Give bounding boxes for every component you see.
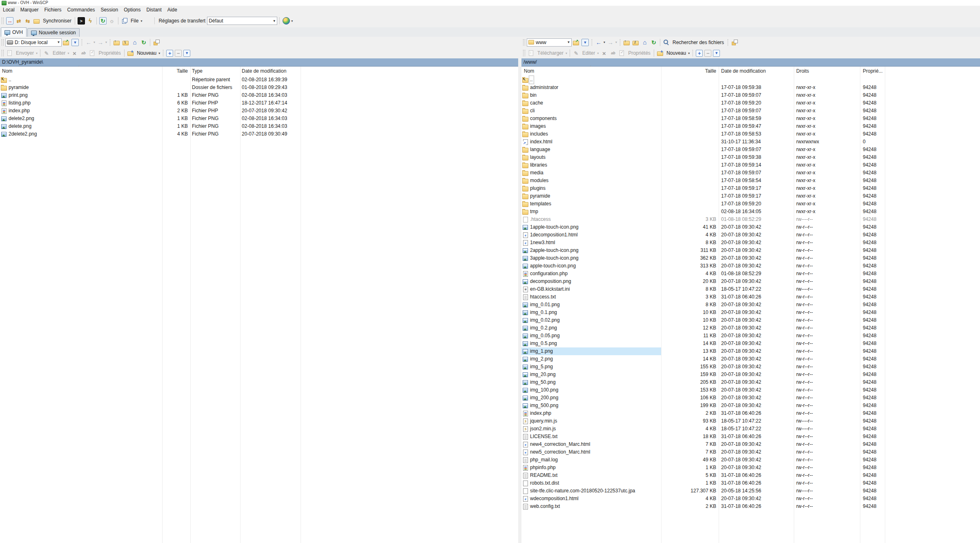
new-button[interactable]: Nouveau — [137, 50, 156, 56]
drive-selector[interactable]: D: Disque local ▼ — [5, 38, 62, 47]
file-row[interactable]: libraries17-07-18 09:59:14rwxr-xr-x94248 — [521, 161, 980, 169]
file-row[interactable]: .. — [521, 76, 980, 84]
file-row[interactable]: new4_correction_Marc.html7 KB20-07-18 09… — [521, 441, 980, 448]
forward-history-dropdown-icon[interactable]: ▾ — [105, 40, 107, 44]
file-row[interactable]: robots.txt.dist1 KB31-07-18 06:40:26rw-r… — [521, 479, 980, 487]
refresh-icon[interactable] — [650, 39, 657, 46]
menu-marquer[interactable]: Marquer — [18, 6, 42, 14]
parent-directory-icon[interactable] — [113, 39, 120, 46]
column-header-name[interactable]: Nom — [2, 67, 12, 76]
custom-command-icon[interactable] — [87, 17, 94, 24]
session-tab-ovh[interactable]: OVH — [1, 27, 27, 37]
rename-icon[interactable] — [80, 49, 87, 57]
forward-icon[interactable] — [607, 39, 614, 46]
download-button[interactable]: Télécharger — [537, 50, 564, 56]
file-row[interactable]: img_500.png199 KB20-07-18 09:30:42rw-r--… — [521, 402, 980, 409]
file-menu-button[interactable]: File — [131, 18, 138, 24]
edit-button[interactable]: Editer — [582, 50, 595, 56]
file-row[interactable]: index.php2 KBFichier PHP20-07-2018 09:30… — [0, 107, 518, 115]
column-header-size[interactable]: Taille — [147, 67, 188, 76]
new-icon[interactable] — [657, 49, 664, 57]
find-files-button[interactable]: Rechercher des fichiers — [673, 40, 724, 45]
file-row[interactable]: img_0.2.png12 KB20-07-18 09:30:42rw-r--r… — [521, 324, 980, 332]
properties-icon[interactable] — [618, 49, 626, 57]
download-icon[interactable] — [528, 49, 535, 57]
synchronize-icon[interactable] — [33, 17, 40, 24]
file-row[interactable]: media17-07-18 09:59:07rwxr-xr-x94248 — [521, 169, 980, 177]
file-row[interactable]: plugins17-07-18 09:59:17rwxr-xr-x94248 — [521, 185, 980, 192]
preferences-gear-icon[interactable] — [108, 17, 116, 24]
menu-commandes[interactable]: Commandes — [64, 6, 98, 14]
open-directory-icon[interactable] — [572, 39, 580, 46]
new-dropdown-icon[interactable]: ▾ — [158, 51, 160, 55]
menu-options[interactable]: Options — [121, 6, 143, 14]
selection-filter-icon[interactable] — [713, 50, 720, 57]
file-row[interactable]: includes17-07-18 09:58:53rwxr-xr-x94248 — [521, 130, 980, 138]
back-history-dropdown-icon[interactable]: ▾ — [604, 40, 605, 44]
file-row[interactable]: delete2.png1 KBFichier PNG02-08-2018 16:… — [0, 115, 518, 122]
properties-button[interactable]: Propriétés — [98, 50, 121, 56]
column-divider[interactable] — [240, 67, 241, 543]
filter-icon[interactable] — [71, 39, 79, 46]
file-row[interactable]: layouts17-07-18 09:59:38rwxr-xr-x94248 — [521, 154, 980, 161]
file-row[interactable]: en-GB.kickstart.ini8 KB18-05-17 10:47:22… — [521, 285, 980, 293]
new-button[interactable]: Nouveau — [666, 50, 686, 56]
column-header-rights[interactable]: Droits — [796, 67, 809, 76]
file-row[interactable]: 1apple-touch-icon.png41 KB20-07-18 09:30… — [521, 223, 980, 231]
transfer-mode-globe-icon[interactable] — [283, 17, 290, 24]
file-row[interactable]: index.html31-10-17 11:36:34rwxrwxrwx0 — [521, 138, 980, 146]
file-row[interactable]: .htaccess3 KB01-08-18 08:52:29rw----r--9… — [521, 216, 980, 223]
file-row[interactable]: img_0.01.png8 KB20-07-18 09:30:42rw-r--r… — [521, 301, 980, 309]
remote-directory-selector[interactable]: www ▼ — [527, 38, 572, 47]
file-row[interactable]: ..Répertoire parent02-08-2018 16:39:39 — [0, 76, 518, 84]
file-row[interactable]: img_200.png106 KB20-07-18 09:30:42rw-r--… — [521, 394, 980, 402]
file-row[interactable]: templates17-07-18 09:59:20rwxr-xr-x94248 — [521, 200, 980, 208]
copy-session-icon[interactable] — [153, 39, 160, 46]
column-divider[interactable] — [162, 67, 163, 543]
new-session-tab[interactable]: Nouvelle session — [27, 28, 80, 37]
refresh-session-icon[interactable] — [99, 17, 107, 24]
upload-button[interactable]: Envoyer — [16, 50, 34, 56]
file-row[interactable]: pyramideDossier de fichiers01-08-2018 09… — [0, 84, 518, 91]
file-row[interactable]: 2apple-touch-icon.png311 KB20-07-18 09:3… — [521, 247, 980, 254]
transfer-preset-select[interactable]: Défaut ▼ — [207, 17, 277, 25]
menu-session[interactable]: Session — [98, 6, 121, 14]
file-row[interactable]: delete.png1 KBFichier PNG02-08-2018 16:3… — [0, 122, 518, 130]
upload-queue-icon[interactable] — [15, 17, 22, 24]
edit-dropdown-icon[interactable]: ▾ — [67, 51, 69, 55]
file-row[interactable]: LICENSE.txt18 KB31-07-18 06:40:26rw-r--r… — [521, 433, 980, 441]
properties-icon[interactable] — [89, 49, 96, 57]
file-row[interactable]: bin17-07-18 09:59:07rwxr-xr-x94248 — [521, 91, 980, 99]
column-header-date[interactable]: Date de modification — [242, 67, 286, 76]
file-row[interactable]: language17-07-18 09:59:07rwxr-xr-x94248 — [521, 146, 980, 154]
file-row[interactable]: img_50.png205 KB20-07-18 09:30:42rw-r--r… — [521, 378, 980, 386]
column-divider[interactable] — [190, 67, 191, 543]
column-divider[interactable] — [301, 67, 301, 543]
file-row[interactable]: img_0.1.png10 KB20-07-18 09:30:42rw-r--r… — [521, 309, 980, 316]
back-history-dropdown-icon[interactable]: ▾ — [94, 40, 95, 44]
open-directory-icon[interactable] — [62, 39, 70, 46]
file-row[interactable]: decomposition.png20 KB20-07-18 09:30:42r… — [521, 278, 980, 285]
file-row[interactable]: cache17-07-18 09:59:20rwxr-xr-x94248 — [521, 99, 980, 107]
file-row[interactable]: new5_correction_Marc.html7 KB20-07-18 09… — [521, 448, 980, 456]
local-path-bar[interactable]: D:\OVH_pyramide\ — [0, 58, 518, 67]
forward-history-dropdown-icon[interactable]: ▾ — [615, 40, 617, 44]
file-row[interactable]: img_100.png153 KB20-07-18 09:30:42rw-r--… — [521, 386, 980, 394]
selection-filter-icon[interactable] — [183, 50, 190, 57]
column-header-size[interactable]: Taille — [675, 67, 716, 76]
copy-session-icon[interactable] — [731, 39, 738, 46]
menu-fichiers[interactable]: Fichiers — [41, 6, 64, 14]
file-row[interactable]: img_20.png159 KB20-07-18 09:30:42rw-r--r… — [521, 371, 980, 378]
remote-path-bar[interactable]: /www/ — [521, 58, 980, 67]
menu-local[interactable]: Local — [0, 6, 18, 14]
back-icon[interactable] — [595, 39, 602, 46]
properties-button[interactable]: Propriétés — [628, 50, 650, 56]
file-row[interactable]: README.txt5 KB31-07-18 06:40:26rw-r--r--… — [521, 472, 980, 479]
swap-panels-icon[interactable] — [6, 17, 13, 24]
parent-directory-icon[interactable] — [623, 39, 630, 46]
file-row[interactable]: jquery.min.js93 KB18-05-17 10:47:22rw---… — [521, 417, 980, 425]
file-row[interactable]: img_0.5.png14 KB20-07-18 09:30:42rw-r--r… — [521, 340, 980, 347]
file-row[interactable]: wdecomposition1.html4 KB20-07-18 09:30:4… — [521, 495, 980, 503]
column-header-type[interactable]: Type — [192, 67, 203, 76]
refresh-icon[interactable] — [140, 39, 147, 46]
